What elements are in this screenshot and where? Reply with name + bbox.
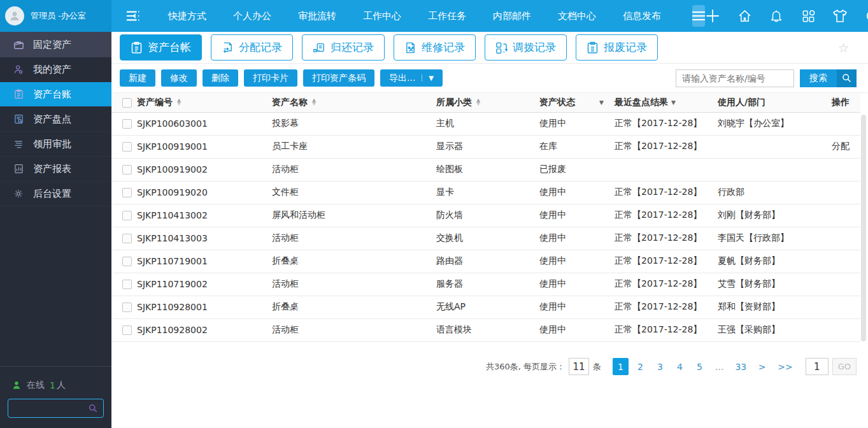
table-row[interactable]: SJKP110719002 活动柜 服务器 使用中 正常【2017-12-28】…: [111, 273, 860, 296]
sidebar-item-settings[interactable]: 后台设置: [0, 182, 111, 206]
column-header-asset-name[interactable]: 资产名称▲▼: [272, 93, 436, 112]
new-button[interactable]: 新建: [120, 69, 155, 87]
table-row[interactable]: SJKP100919020 文件柜 显卡 使用中 正常【2017-12-28】 …: [111, 181, 860, 204]
menu-item-mail[interactable]: 内部邮件: [480, 0, 544, 32]
tab-asset-ledger[interactable]: 资产台帐: [120, 34, 202, 61]
cell-action: [821, 318, 860, 341]
cell-category: 主机: [436, 112, 539, 135]
power-logout-icon[interactable]: [864, 8, 868, 24]
sidebar-search-input[interactable]: [8, 404, 88, 413]
edit-button[interactable]: 修改: [161, 69, 197, 87]
favorite-star-icon[interactable]: ☆: [838, 41, 849, 55]
sidebar-item-asset-ledger[interactable]: 资产台账: [0, 82, 111, 107]
user-block[interactable]: 管理员 -办公室: [0, 0, 111, 32]
sort-icon[interactable]: ▲▼: [476, 99, 480, 106]
menu-item-approval[interactable]: 审批流转: [285, 0, 350, 32]
add-icon[interactable]: [705, 8, 720, 24]
filter-caret-icon[interactable]: ▼: [671, 99, 676, 106]
page-button-3[interactable]: 3: [652, 358, 668, 375]
table-row[interactable]: SJKP100603001 投影幕 主机 使用中 正常【2017-12-28】 …: [111, 112, 860, 135]
row-checkbox[interactable]: [122, 303, 132, 312]
row-checkbox[interactable]: [122, 257, 132, 266]
table-row[interactable]: SJKP110719001 折叠桌 路由器 使用中 正常【2017-12-28】…: [111, 250, 860, 273]
cell-asset-id: SJKP110413002: [137, 204, 272, 227]
cell-inventory: 正常【2017-12-28】: [615, 204, 718, 227]
sidebar-search-icon[interactable]: [88, 403, 98, 413]
delete-button[interactable]: 删除: [203, 69, 238, 87]
row-checkbox[interactable]: [122, 188, 132, 197]
table-row[interactable]: SJKP110413003 活动柜 交换机 使用中 正常【2017-12-28】…: [111, 227, 860, 250]
page-size-input[interactable]: [569, 358, 589, 375]
more-menu-icon[interactable]: [692, 5, 705, 27]
sidebar-collapse-icon[interactable]: [125, 8, 141, 24]
transfer-cycle-icon: [495, 41, 508, 54]
print-barcode-button[interactable]: 打印资产条码: [303, 69, 374, 87]
menu-item-shortcuts[interactable]: 快捷方式: [155, 0, 220, 32]
row-checkbox[interactable]: [122, 234, 132, 243]
goto-page-input[interactable]: [806, 358, 829, 375]
table-row[interactable]: SJKP100919002 活动柜 绘图板 已报废: [111, 158, 860, 181]
cell-category: 绘图板: [436, 158, 539, 181]
row-checkbox[interactable]: [122, 280, 132, 289]
sort-icon[interactable]: ▲▼: [312, 99, 316, 106]
row-checkbox[interactable]: [122, 325, 132, 335]
print-card-button[interactable]: 打印卡片: [244, 69, 297, 87]
home-icon[interactable]: [737, 8, 752, 24]
page-button-1[interactable]: 1: [613, 358, 629, 375]
tab-allocation-records[interactable]: 分配记录: [211, 34, 293, 61]
row-checkbox[interactable]: [122, 142, 132, 152]
sidebar-item-requisition-approval[interactable]: 领用审批: [0, 132, 111, 157]
row-checkbox[interactable]: [122, 211, 132, 220]
table-scrollbar[interactable]: [861, 115, 866, 341]
search-icon[interactable]: [837, 69, 857, 87]
tab-label: 调拨记录: [513, 40, 556, 55]
cell-asset-name: 屏风和活动柜: [272, 204, 436, 227]
cell-asset-id: SJKP100919020: [137, 181, 272, 204]
page-button-33[interactable]: 33: [731, 358, 750, 375]
sidebar-item-label: 资产盘点: [33, 113, 71, 125]
menu-item-docs[interactable]: 文档中心: [544, 0, 609, 32]
table-row[interactable]: SJKP110928002 活动柜 语言模块 使用中 正常【2017-12-28…: [111, 318, 860, 341]
next-page-button[interactable]: >: [754, 358, 770, 375]
select-all-checkbox[interactable]: [122, 98, 132, 108]
allocate-link[interactable]: 分配: [821, 135, 860, 158]
row-checkbox[interactable]: [122, 165, 132, 175]
menu-item-news[interactable]: 信息发布: [609, 0, 674, 32]
asset-search-input[interactable]: [676, 69, 794, 87]
tab-return-records[interactable]: 归还记录: [302, 34, 385, 61]
page-button-4[interactable]: 4: [672, 358, 688, 375]
table-row[interactable]: SJKP110928001 折叠桌 无线AP 使用中 正常【2017-12-28…: [111, 296, 860, 318]
column-header-asset-id[interactable]: 资产编号▲▼: [137, 93, 272, 112]
sidebar-item-my-assets[interactable]: 我的资产: [0, 57, 111, 82]
tab-repair-records[interactable]: 维修记录: [394, 34, 476, 61]
page-button-2[interactable]: 2: [632, 358, 648, 375]
sidebar-item-label: 后台设置: [33, 188, 71, 200]
row-checkbox[interactable]: [122, 119, 132, 129]
go-button[interactable]: GO: [832, 358, 857, 375]
column-header-user-dept: 使用人/部门: [718, 93, 821, 112]
column-header-inventory-result[interactable]: 最近盘点结果▼: [615, 93, 718, 112]
menu-item-tasks[interactable]: 工作任务: [415, 0, 480, 32]
online-person-icon: [11, 380, 22, 390]
menu-item-personal[interactable]: 个人办公: [220, 0, 285, 32]
page-button-5[interactable]: 5: [692, 358, 708, 375]
cell-user: 行政部: [718, 181, 821, 204]
sidebar-item-asset-inventory[interactable]: 资产盘点: [0, 107, 111, 132]
last-page-button[interactable]: >>: [774, 358, 796, 375]
theme-shirt-icon[interactable]: [832, 8, 848, 24]
tab-scrap-records[interactable]: 报废记录: [576, 34, 658, 61]
notifications-bell-icon[interactable]: [769, 8, 784, 24]
sort-icon[interactable]: ▲▼: [177, 99, 181, 106]
filter-caret-icon[interactable]: ▼: [599, 99, 604, 106]
menu-item-workcenter[interactable]: 工作中心: [350, 0, 415, 32]
export-dropdown-button[interactable]: 导出... ▼: [380, 69, 443, 87]
column-header-category[interactable]: 所属小类▲▼: [436, 93, 539, 112]
table-row[interactable]: SJKP100919001 员工卡座 显示器 在库 正常【2017-12-28】…: [111, 135, 860, 158]
apps-grid-icon[interactable]: [800, 8, 816, 24]
table-row[interactable]: SJKP110413002 屏风和活动柜 防火墙 使用中 正常【2017-12-…: [111, 204, 860, 227]
sidebar-module-fixed-assets[interactable]: 固定资产: [0, 32, 111, 57]
sidebar-item-asset-reports[interactable]: 资产报表: [0, 157, 111, 182]
column-header-status[interactable]: 资产状态▼: [539, 93, 615, 112]
tab-transfer-records[interactable]: 调拨记录: [485, 34, 567, 61]
search-button[interactable]: 搜索: [800, 69, 837, 87]
